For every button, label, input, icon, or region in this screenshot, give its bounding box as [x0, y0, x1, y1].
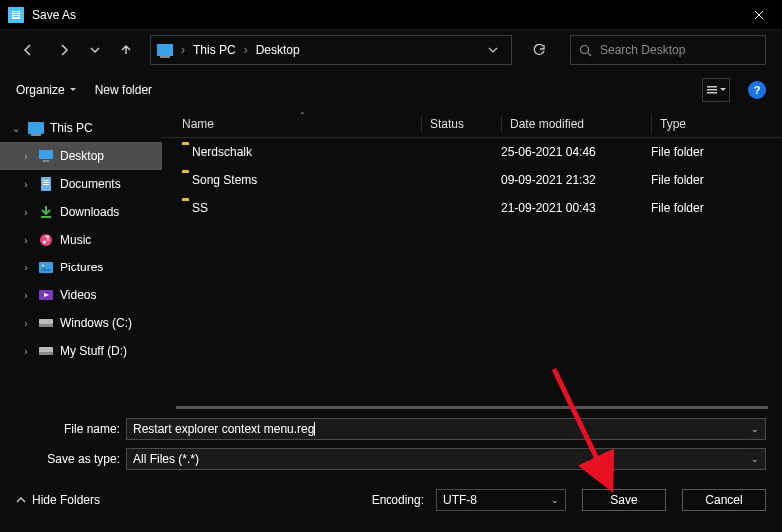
- toolbar: Organize New folder ?: [0, 70, 782, 110]
- sort-ascending-icon: ⌃: [299, 111, 306, 120]
- search-icon: [579, 44, 592, 57]
- encoding-label: Encoding:: [372, 493, 424, 507]
- disk-icon: [38, 343, 54, 359]
- tree-item-label: Windows (C:): [60, 316, 132, 330]
- documents-icon: [38, 176, 54, 192]
- encoding-value: UTF-8: [443, 493, 477, 507]
- this-pc-icon: [157, 44, 173, 56]
- chevron-down-icon: [720, 87, 726, 93]
- up-button[interactable]: [114, 38, 138, 62]
- this-pc-icon: [28, 120, 44, 136]
- address-dropdown-button[interactable]: [481, 38, 505, 62]
- tree-item-windows-c[interactable]: › Windows (C:): [0, 309, 162, 337]
- list-item[interactable]: Song Stems 09-09-2021 21:32 File folder: [162, 166, 782, 194]
- breadcrumb-desktop[interactable]: Desktop: [256, 43, 300, 57]
- pictures-icon: [38, 260, 54, 275]
- refresh-button[interactable]: [524, 35, 554, 65]
- file-list-pane: ⌃Name Status Date modified Type Nerdscha…: [162, 110, 782, 409]
- disk-icon: [38, 315, 54, 331]
- tree-item-desktop[interactable]: › Desktop: [0, 142, 162, 170]
- tree-item-music[interactable]: › Music: [0, 226, 162, 254]
- chevron-right-icon: ›: [20, 207, 32, 218]
- titlebar: Save As: [0, 0, 782, 30]
- filename-input[interactable]: Restart explorer context menu.reg ⌄: [126, 418, 766, 440]
- chevron-down-icon[interactable]: ⌄: [751, 424, 759, 434]
- search-box[interactable]: [570, 35, 766, 65]
- filename-value: Restart explorer context menu.reg: [133, 422, 315, 436]
- tree-item-documents[interactable]: › Documents: [0, 170, 162, 198]
- tree-item-label: Downloads: [60, 205, 119, 219]
- svg-rect-2: [13, 14, 19, 15]
- footer: Hide Folders Encoding: UTF-8 ⌄ Save Canc…: [0, 477, 782, 511]
- nav-row: › This PC › Desktop: [0, 30, 782, 70]
- desktop-icon: [38, 148, 54, 164]
- chevron-right-icon: ›: [181, 43, 185, 57]
- new-folder-label: New folder: [95, 83, 152, 97]
- chevron-down-icon[interactable]: ⌄: [751, 454, 759, 464]
- save-button[interactable]: Save: [582, 489, 666, 511]
- cancel-button[interactable]: Cancel: [682, 489, 766, 511]
- tree-item-pictures[interactable]: › Pictures: [0, 254, 162, 281]
- chevron-right-icon: ›: [20, 290, 32, 301]
- tree-item-videos[interactable]: › Videos: [0, 281, 162, 309]
- svg-point-4: [581, 45, 589, 53]
- organize-label: Organize: [16, 83, 65, 97]
- tree-root-label: This PC: [50, 121, 93, 135]
- tree-item-downloads[interactable]: › Downloads: [0, 198, 162, 226]
- forward-button[interactable]: [52, 38, 76, 62]
- tree-item-label: Videos: [60, 288, 96, 302]
- svg-rect-1: [13, 12, 19, 13]
- svg-rect-17: [39, 262, 53, 273]
- chevron-right-icon: ›: [20, 318, 32, 329]
- help-button[interactable]: ?: [748, 81, 766, 99]
- hide-folders-button[interactable]: Hide Folders: [16, 493, 100, 507]
- column-header-status[interactable]: Status: [421, 115, 501, 133]
- svg-rect-3: [13, 16, 19, 17]
- chevron-down-icon[interactable]: ⌄: [551, 495, 559, 505]
- chevron-down-icon: ⌄: [10, 123, 22, 134]
- column-header-type[interactable]: Type: [651, 115, 782, 133]
- chevron-right-icon: ›: [20, 235, 32, 246]
- search-input[interactable]: [600, 43, 757, 57]
- chevron-right-icon: ›: [20, 263, 32, 273]
- list-item[interactable]: Nerdschalk 25-06-2021 04:46 File folder: [162, 138, 782, 166]
- chevron-up-icon: [16, 495, 26, 505]
- svg-rect-6: [707, 89, 717, 91]
- chevron-right-icon: ›: [244, 43, 248, 57]
- svg-rect-23: [39, 352, 53, 355]
- hide-folders-label: Hide Folders: [32, 493, 100, 507]
- organize-button[interactable]: Organize: [16, 83, 77, 97]
- list-item[interactable]: SS 21-09-2021 00:43 File folder: [162, 194, 782, 222]
- encoding-select[interactable]: UTF-8 ⌄: [436, 489, 566, 511]
- svg-rect-13: [43, 184, 49, 185]
- tree-item-mystuff-d[interactable]: › My Stuff (D:): [0, 337, 162, 365]
- saveastype-label: Save as type:: [16, 452, 126, 466]
- chevron-right-icon: ›: [20, 151, 32, 162]
- saveastype-select[interactable]: All Files (*.*) ⌄: [126, 448, 766, 470]
- filename-label: File name:: [16, 422, 126, 436]
- tree-this-pc[interactable]: ⌄ This PC: [0, 114, 162, 142]
- help-glyph: ?: [754, 84, 761, 96]
- videos-icon: [38, 287, 54, 303]
- svg-rect-7: [707, 92, 717, 94]
- row-type: File folder: [651, 173, 782, 187]
- column-header-name[interactable]: ⌃Name: [182, 117, 421, 131]
- tree-item-label: My Stuff (D:): [60, 344, 127, 358]
- view-options-button[interactable]: [702, 78, 730, 102]
- tree-item-label: Desktop: [60, 149, 104, 163]
- breadcrumb-this-pc[interactable]: This PC: [193, 43, 236, 57]
- horizontal-scrollbar[interactable]: [176, 406, 768, 409]
- svg-point-18: [42, 265, 45, 267]
- app-icon: [8, 7, 24, 23]
- row-name: Song Stems: [192, 173, 257, 187]
- window-title: Save As: [32, 8, 736, 22]
- recent-locations-button[interactable]: [88, 38, 102, 62]
- svg-rect-11: [43, 180, 49, 181]
- new-folder-button[interactable]: New folder: [95, 83, 152, 97]
- column-headers: ⌃Name Status Date modified Type: [162, 110, 782, 138]
- back-button[interactable]: [16, 38, 40, 62]
- column-header-date[interactable]: Date modified: [501, 115, 651, 133]
- tree-item-label: Pictures: [60, 261, 103, 274]
- close-button[interactable]: [736, 0, 782, 30]
- address-bar[interactable]: › This PC › Desktop: [150, 35, 512, 65]
